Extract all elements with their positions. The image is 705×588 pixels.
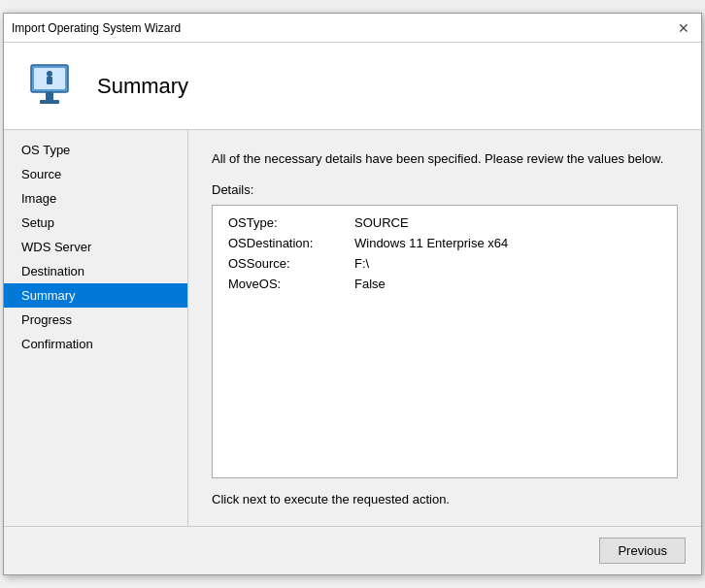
detail-value: False (354, 277, 386, 291)
svg-point-4 (47, 71, 52, 77)
header-title: Summary (97, 74, 188, 99)
title-bar: Import Operating System Wizard ✕ (4, 14, 701, 43)
details-label: Details: (212, 182, 678, 197)
detail-value: F:\ (354, 256, 369, 271)
table-row: OSSource:F:\ (228, 256, 661, 271)
svg-rect-2 (46, 92, 53, 100)
detail-key: MoveOS: (228, 277, 354, 291)
sidebar-item-source[interactable]: Source (4, 162, 187, 186)
sidebar-item-summary[interactable]: Summary (4, 283, 187, 308)
detail-value: SOURCE (354, 215, 409, 230)
wizard-icon (23, 57, 82, 115)
table-row: OSDestination:Windows 11 Enterprise x64 (228, 236, 661, 250)
detail-key: OSSource: (228, 256, 354, 271)
sidebar-item-destination[interactable]: Destination (4, 259, 187, 283)
intro-text: All of the necessary details have been s… (212, 149, 678, 169)
previous-button[interactable]: Previous (599, 538, 686, 564)
sidebar-item-progress[interactable]: Progress (4, 308, 187, 332)
detail-key: OSDestination: (228, 236, 354, 250)
svg-rect-5 (47, 77, 52, 84)
bottom-text: Click next to execute the requested acti… (212, 492, 678, 506)
table-row: MoveOS:False (228, 277, 661, 291)
sidebar-item-setup[interactable]: Setup (4, 211, 187, 235)
sidebar-item-image[interactable]: Image (4, 186, 187, 211)
details-box: OSType:SOURCEOSDestination:Windows 11 En… (212, 205, 678, 479)
detail-value: Windows 11 Enterprise x64 (354, 236, 508, 250)
main-content: All of the necessary details have been s… (188, 130, 701, 526)
footer: Previous (4, 526, 701, 574)
sidebar-item-confirmation[interactable]: Confirmation (4, 332, 187, 356)
content-area: OS TypeSourceImageSetupWDS ServerDestina… (4, 130, 701, 526)
sidebar-item-os-type[interactable]: OS Type (4, 138, 187, 162)
computer-icon (27, 61, 78, 112)
detail-key: OSType: (228, 215, 354, 230)
close-button[interactable]: ✕ (674, 18, 693, 38)
wizard-window: Import Operating System Wizard ✕ Summary (3, 13, 702, 575)
table-row: OSType:SOURCE (228, 215, 661, 230)
sidebar: OS TypeSourceImageSetupWDS ServerDestina… (4, 130, 188, 526)
header: Summary (4, 43, 701, 130)
svg-rect-3 (40, 100, 59, 104)
sidebar-item-wds-server[interactable]: WDS Server (4, 235, 187, 259)
window-title: Import Operating System Wizard (12, 21, 181, 35)
